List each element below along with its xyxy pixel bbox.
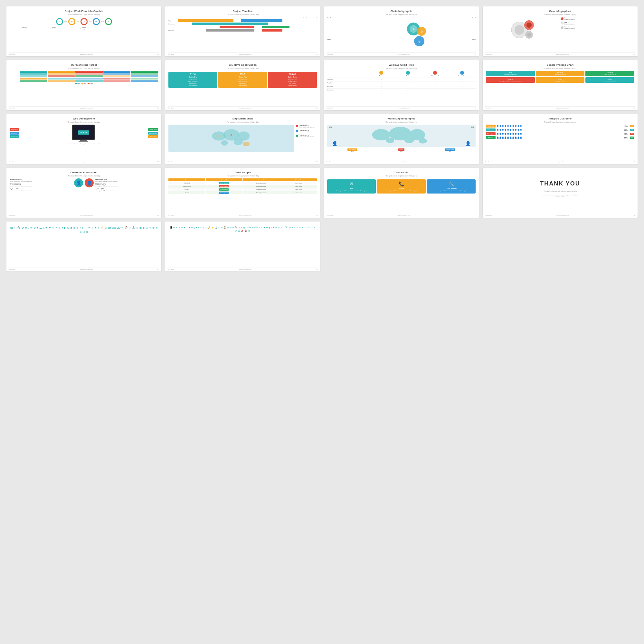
analysis-pct-4: 50% [624, 137, 629, 139]
gear-blue-svg: ⚙ [413, 35, 426, 48]
cust-sec-2-text: Lorem ipsum dolor sit amet consectetur [10, 185, 73, 187]
legend-color-1 [75, 83, 77, 84]
slide-1-footer: Your Name www.yourdomain.com 01 [9, 52, 159, 55]
icon-30: ⚡ [100, 226, 104, 230]
tier-name-4: Unlimited add [449, 75, 476, 77]
svg-point-26 [419, 138, 427, 144]
legend-1: Lorem [75, 83, 80, 84]
circle-2: ★ [68, 18, 75, 25]
cust-sec-1-title: WEB DESIGN (59%) [10, 178, 73, 180]
contact-mail: ✉ Mail Lorem ipsum dolor sit amet consec… [327, 179, 376, 194]
icon-48: ⊗ [86, 231, 88, 233]
icon-34: ⌦ [117, 226, 120, 230]
slide-5: Our Marketing Target The quick brown fox… [6, 60, 161, 110]
tier-name-3: Professional [421, 75, 449, 77]
proc-checking: Checking Lorem ipsum dolor sit [585, 71, 634, 76]
icon-37: ⚐ [129, 226, 131, 230]
mkt-legend: Lorem Lorem Lorem [10, 83, 158, 84]
mkt-cell-2-2 [48, 75, 75, 77]
analysis-row-2: Web design 👤👤👤👤👤👤👤👤👤👤 80% 80% [486, 128, 634, 131]
thankyou-extra: Lorem ipsum dolor sit amet consectetur a… [541, 194, 580, 197]
slide-15-footer: Your Name www.yourdomain.com 15 [327, 214, 476, 216]
icon2-26: ♬ [238, 226, 240, 229]
icon2-12: ⊕ [198, 226, 200, 229]
gear-label-3: Gear 3Lorem ipsum dolor [564, 26, 575, 29]
icon2-16: 🔑 [208, 226, 211, 229]
svg-point-24 [386, 138, 394, 143]
mkt-header-5 [131, 71, 158, 73]
proc-designit-title: Design it [487, 78, 534, 80]
footer-page: 04 [634, 53, 635, 55]
footer-author: Your Name [168, 161, 174, 163]
label-1: AnalysisLorem ipsum [20, 26, 29, 30]
circle-4: ✉ [93, 18, 100, 25]
feat-check-3-2: ✗ [395, 86, 422, 88]
slide-7-footer: Your Name www.yourdomain.com 07 [327, 106, 476, 109]
proc-checking-text: Lorem ipsum dolor sit [586, 74, 633, 75]
icon-15: ☀ [55, 226, 57, 230]
cust-sec-6-title: php/Java (79%) [95, 188, 158, 190]
option-cards: $12.0 Option One Single License Mega Tem… [168, 72, 317, 88]
th-4: @Sample/link [280, 178, 317, 181]
option-feature-1-2: Mega Templates [170, 81, 216, 82]
slide-1-subtitle: The quick brown fox jumps over the lazy … [10, 14, 158, 15]
icon-5: ★ [25, 226, 27, 230]
proc-review-text: Lorem ipsum dolor sit [537, 80, 584, 82]
feat-check-3-1: ✗ [368, 86, 395, 88]
footer-page: 08 [634, 107, 635, 109]
td-3-4: Lorem ipsum [280, 188, 317, 191]
footer-page: 09 [157, 161, 159, 163]
gear-label-2: Gear 2Lorem ipsum dolor [564, 22, 575, 25]
icon-26: ⇒ [88, 226, 90, 230]
world-continents [327, 125, 476, 147]
legend-text-2: Lorem [84, 83, 87, 84]
icon2-24: ⇒ [232, 226, 234, 229]
icon2-28: ◉ [243, 226, 245, 229]
avatar-female: 👤 [85, 178, 94, 187]
cust-sec-6-text: Lorem ipsum dolor sit amet consectetur [95, 190, 158, 192]
contact-office: 🔧 Office Support Lorem ipsum dolor sit a… [427, 179, 476, 194]
icon2-29: ✿ [246, 226, 248, 229]
icon2-49: ⚖ [299, 226, 301, 229]
mkt-row-2: 2 [10, 75, 158, 77]
stat-label-2: Lorem [398, 148, 404, 151]
gear-left-section [486, 17, 559, 43]
map-leg-1: Product name 01Lorem ipsum dolor sit ame… [296, 125, 317, 128]
mkt-cell-1-2 [48, 73, 75, 75]
slide-5-subtitle: The quick brown fox jumps over the lazy … [10, 67, 158, 69]
icon2-58: ⛵ [241, 230, 244, 232]
monitor-logo: digitse [78, 130, 89, 135]
step-2-label: Step 2 [472, 17, 476, 19]
map-legend: Product name 01Lorem ipsum dolor sit ame… [296, 125, 317, 152]
thankyou-divider [551, 188, 570, 188]
proc-review-title: Review [537, 78, 584, 80]
slide-9-subtitle: The quick brown fox jumps over the lazy … [10, 121, 158, 123]
analysis-label-1: Web Design [486, 125, 496, 128]
option-card-1: $12.0 Option One Single License Mega Tem… [168, 72, 217, 88]
option-feature-1-4: New Premium [170, 85, 216, 86]
mkt-cell-4-1 [20, 80, 47, 82]
option-feature-3-1: Single License [269, 79, 316, 81]
icon2-20: ☀ [221, 226, 223, 229]
timeline-row-1: Step [168, 19, 317, 22]
icon-3: 🔍 [17, 226, 21, 230]
webdev-tag-5: Lorem Ipsum [148, 132, 158, 135]
legend-3: Lorem [88, 83, 93, 84]
monitor-screen: digitse [72, 125, 95, 140]
td-1-3: Lorem ipsum text [243, 182, 280, 185]
slide-17-footer: Your Name www.yourdomain.com 17 [9, 268, 159, 270]
option-price-1: $12.0 [170, 73, 216, 75]
cust-section-5: AA DESIGN (89%) Lorem ipsum dolor sit am… [95, 183, 158, 187]
gear-item-3: Gear 3Lorem ipsum dolor [561, 26, 634, 29]
webdev-tag-3: Easy to use [10, 135, 19, 138]
icon2-52: ⌗ [307, 226, 308, 229]
gear-dot-2 [561, 22, 563, 24]
footer-author: Your Name [9, 53, 15, 55]
icon2-42: ↔ [280, 226, 283, 229]
workflow-circles: ⊙ ★ ▷ ✉ ✓ [10, 18, 158, 25]
icon2-14: ☁ [202, 226, 204, 229]
cust-section-3: php/Java (59%) Lorem ipsum dolor sit ame… [10, 188, 73, 192]
icon2-48: ⚗ [296, 226, 298, 229]
analysis-bar-3: 60% [630, 133, 634, 135]
footer-page: 18 [316, 269, 317, 270]
